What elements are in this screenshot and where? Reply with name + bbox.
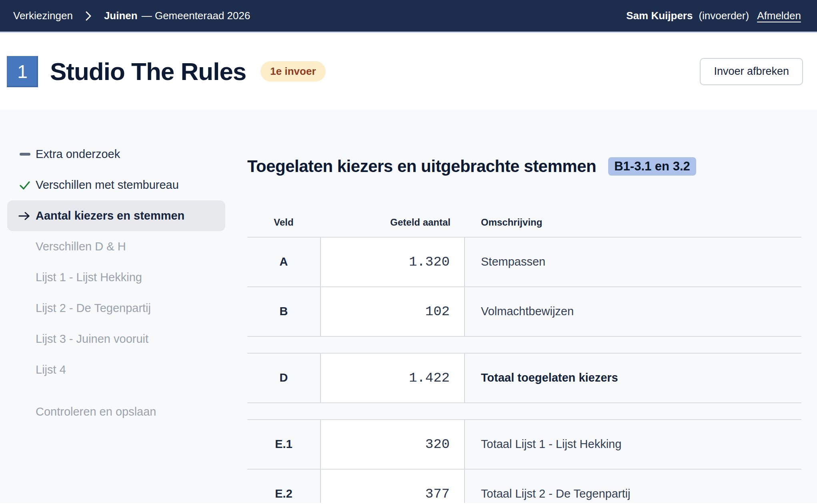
description-cell: Totaal Lijst 1 - Lijst Hekking: [465, 420, 801, 469]
field-cell: B: [247, 287, 320, 336]
sidebar-item-label: Lijst 4: [36, 363, 66, 376]
first-entry-badge: 1e invoer: [260, 61, 325, 82]
station-number-badge: 1: [7, 56, 38, 87]
sidebar-item-extra-onderzoek[interactable]: Extra onderzoek: [7, 139, 225, 170]
sidebar-item-verschillen-met-stembureau[interactable]: Verschillen met stembureau: [7, 170, 225, 200]
sidebar-item-lijst-2-de-tegenpartij: Lijst 2 - De Tegenpartij: [7, 293, 225, 324]
sidebar-item-label: Lijst 1 - Lijst Hekking: [36, 271, 142, 284]
abort-entry-button[interactable]: Invoer afbreken: [700, 58, 803, 85]
form-reference-badge: B1-3.1 en 3.2: [608, 157, 696, 176]
value-cell[interactable]: 320: [320, 420, 465, 469]
user-area: Sam Kuijpers (invoerder) Afmelden: [626, 10, 801, 22]
breadcrumb: Verkiezingen Juinen — Gemeenteraad 2026: [13, 10, 250, 22]
breadcrumb-location: Juinen: [104, 10, 138, 22]
main-panel: Toegelaten kiezers en uitgebrachte stemm…: [236, 110, 817, 503]
column-header-veld: Veld: [247, 208, 320, 237]
table-row-b: B102Volmachtbewijzen: [247, 287, 801, 337]
sidebar-item-label: Lijst 2 - De Tegenpartij: [36, 302, 151, 315]
table-spacer-row: [247, 337, 801, 354]
table-row-a: A1.320Stempassen: [247, 238, 801, 287]
sidebar-item-lijst-3-juinen-vooruit: Lijst 3 - Juinen vooruit: [7, 324, 225, 354]
description-cell: Totaal Lijst 2 - De Tegenpartij: [465, 470, 801, 503]
description-cell: Stempassen: [465, 238, 801, 286]
table-spacer-row: [247, 403, 801, 420]
sidebar-item-lijst-1-lijst-hekking: Lijst 1 - Lijst Hekking: [7, 262, 225, 293]
sidebar-item-aantal-kiezers-en-stemmen[interactable]: Aantal kiezers en stemmen: [7, 200, 225, 231]
breadcrumb-election: — Gemeenteraad 2026: [142, 10, 250, 22]
table-row-e-1: E.1320Totaal Lijst 1 - Lijst Hekking: [247, 420, 801, 470]
table-row-d: D1.422Totaal toegelaten kiezers: [247, 354, 801, 403]
user-name: Sam Kuijpers: [626, 10, 693, 22]
vote-table: VeldGeteld aantalOmschrijvingA1.320Stemp…: [247, 208, 801, 503]
sidebar-item-label: Controleren en opslaan: [36, 405, 156, 418]
sidebar-item-label: Verschillen D & H: [36, 240, 126, 253]
value-cell[interactable]: 1.320: [320, 238, 465, 286]
arrow-right-icon: [18, 211, 32, 221]
column-header-geteld-aantal: Geteld aantal: [320, 208, 465, 237]
description-cell: Volmachtbewijzen: [465, 287, 801, 336]
minus-icon: [18, 153, 32, 156]
field-cell: E.1: [247, 420, 320, 469]
table-row-e-2: E.2377Totaal Lijst 2 - De Tegenpartij: [247, 470, 801, 503]
page-title: Studio The Rules: [50, 57, 246, 86]
table-header-row: VeldGeteld aantalOmschrijving: [247, 208, 801, 238]
logout-link[interactable]: Afmelden: [757, 10, 801, 22]
sidebar-item-lijst-4: Lijst 4: [7, 354, 225, 385]
sidebar-item-controleren-en-opslaan: Controleren en opslaan: [7, 396, 225, 427]
value-cell[interactable]: 377: [320, 470, 465, 503]
column-header-omschrijving: Omschrijving: [465, 208, 801, 237]
field-cell: E.2: [247, 470, 320, 503]
chevron-right-icon: [85, 11, 92, 21]
breadcrumb-current: Juinen — Gemeenteraad 2026: [104, 10, 250, 22]
sidebar-item-verschillen-d-h: Verschillen D & H: [7, 231, 225, 262]
value-cell[interactable]: 1.422: [320, 354, 465, 402]
section-title: Toegelaten kiezers en uitgebrachte stemm…: [247, 157, 596, 176]
value-cell[interactable]: 102: [320, 287, 465, 336]
description-cell: Totaal toegelaten kiezers: [465, 354, 801, 402]
section-title-row: Toegelaten kiezers en uitgebrachte stemm…: [247, 143, 801, 190]
field-cell: A: [247, 238, 320, 286]
check-icon: [18, 178, 32, 192]
sidebar-item-label: Aantal kiezers en stemmen: [36, 209, 184, 222]
page-header: 1 Studio The Rules 1e invoer Invoer afbr…: [0, 33, 817, 110]
content-area: Extra onderzoekVerschillen met stemburea…: [0, 110, 817, 503]
sidebar-item-label: Lijst 3 - Juinen vooruit: [36, 332, 148, 346]
sidebar-item-label: Verschillen met stembureau: [36, 178, 179, 192]
top-bar: Verkiezingen Juinen — Gemeenteraad 2026 …: [0, 0, 817, 33]
breadcrumb-elections-link[interactable]: Verkiezingen: [13, 10, 73, 22]
sidebar-item-label: Extra onderzoek: [36, 148, 120, 161]
user-role: (invoerder): [699, 10, 749, 22]
sidebar-nav: Extra onderzoekVerschillen met stemburea…: [0, 110, 236, 503]
field-cell: D: [247, 354, 320, 402]
